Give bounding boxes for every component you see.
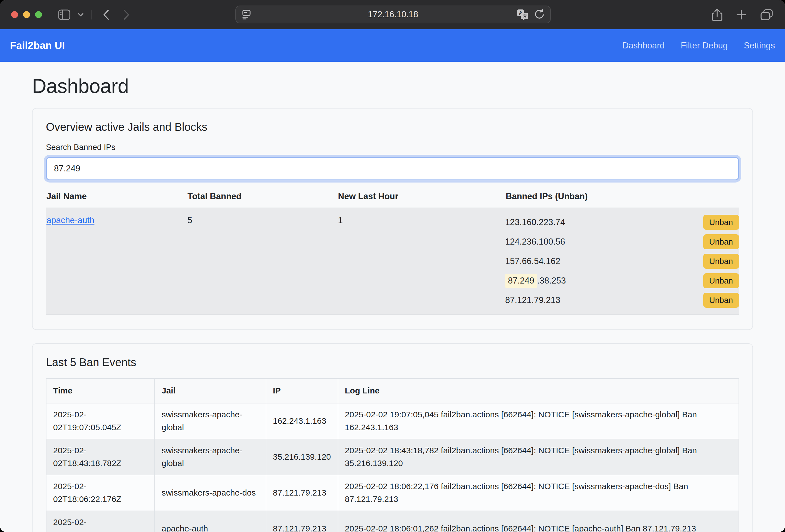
reload-button[interactable] xyxy=(534,9,545,20)
traffic-lights xyxy=(11,11,42,18)
toolbar-divider xyxy=(91,10,92,20)
back-button[interactable] xyxy=(103,9,109,20)
jail-row: apache-auth 5 1 123.160.223.74 Unban 124… xyxy=(46,208,739,315)
column-header-jail: Jail xyxy=(155,378,266,403)
forward-button[interactable] xyxy=(123,9,130,20)
page-title: Dashboard xyxy=(32,75,753,97)
chevron-down-icon xyxy=(78,13,84,17)
events-table: Time Jail IP Log Line 2025-02-02T19:07:0… xyxy=(46,378,739,532)
tab-overview-button[interactable] xyxy=(760,9,773,21)
event-ip: 162.243.1.163 xyxy=(266,403,338,439)
event-log-line: 2025-02-02 18:06:01,262 fail2ban.actions… xyxy=(338,511,739,532)
url-text: 172.16.10.18 xyxy=(236,9,550,20)
column-header-jail-name: Jail Name xyxy=(46,192,187,208)
sidebar-menu-chevron-button[interactable] xyxy=(78,13,84,17)
translate-icon: A xyxy=(516,9,529,20)
page-content: Dashboard Overview active Jails and Bloc… xyxy=(0,75,785,532)
reload-icon xyxy=(534,9,545,20)
banned-ip-text: 87.249.38.253 xyxy=(505,276,566,286)
banned-ip-row: 157.66.54.162 Unban xyxy=(505,252,739,271)
unban-button[interactable]: Unban xyxy=(703,254,739,269)
unban-button[interactable]: Unban xyxy=(703,234,739,249)
event-time: 2025-02-02T18:43:18.782Z xyxy=(46,439,155,475)
unban-button[interactable]: Unban xyxy=(703,293,739,308)
jail-link[interactable]: apache-auth xyxy=(47,216,94,225)
banned-ip-text: 157.66.54.162 xyxy=(505,256,560,266)
forward-chevron-icon xyxy=(123,9,130,20)
jail-new-last-hour: 1 xyxy=(337,208,505,314)
zoom-window-button[interactable] xyxy=(35,11,42,18)
banned-ip-text: 87.121.79.213 xyxy=(505,295,560,305)
column-header-log-line: Log Line xyxy=(338,378,739,403)
event-ip: 87.121.79.213 xyxy=(266,511,338,532)
browser-chrome: 172.16.10.18 A xyxy=(0,0,785,29)
events-card-title: Last 5 Ban Events xyxy=(46,356,739,369)
unban-button[interactable]: Unban xyxy=(703,273,739,288)
column-header-time: Time xyxy=(46,378,155,403)
event-jail: apache-auth xyxy=(155,511,266,532)
new-tab-button[interactable] xyxy=(736,9,746,20)
overview-card: Overview active Jails and Blocks Search … xyxy=(32,108,753,330)
close-window-button[interactable] xyxy=(11,11,18,18)
unban-button[interactable]: Unban xyxy=(703,215,739,230)
event-ip: 35.216.139.120 xyxy=(266,439,338,475)
event-row: 2025-02-02T19:07:05.045Z swissmakers-apa… xyxy=(46,403,739,439)
overview-card-title: Overview active Jails and Blocks xyxy=(46,121,739,133)
jails-table-header: Jail Name Total Banned New Last Hour Ban… xyxy=(46,192,739,208)
event-row: 2025-02-02T18:43:18.782Z swissmakers-apa… xyxy=(46,439,739,475)
event-ip: 87.121.79.213 xyxy=(266,475,338,511)
banned-ip-text: 123.160.223.74 xyxy=(505,217,565,227)
event-time: 2025-02-02T18:06:01.262Z xyxy=(46,511,155,532)
tabs-icon xyxy=(760,9,773,21)
event-time: 2025-02-02T19:07:05.045Z xyxy=(46,403,155,439)
share-icon xyxy=(712,8,723,21)
sidebar-icon xyxy=(58,9,70,20)
event-jail: swissmakers-apache-global xyxy=(155,439,266,475)
sidebar-toggle-button[interactable] xyxy=(58,9,70,20)
event-jail: swissmakers-apache-dos xyxy=(155,475,266,511)
event-jail: swissmakers-apache-global xyxy=(155,403,266,439)
column-header-ip: IP xyxy=(266,378,338,403)
banned-ip-row: 124.236.100.56 Unban xyxy=(505,232,739,252)
nav-link-dashboard[interactable]: Dashboard xyxy=(622,41,664,51)
event-log-line: 2025-02-02 18:06:22,176 fail2ban.actions… xyxy=(338,475,739,511)
app-navbar: Fail2ban UI Dashboard Filter Debug Setti… xyxy=(0,29,785,62)
search-banned-ips-input[interactable] xyxy=(46,157,739,180)
brand-link[interactable]: Fail2ban UI xyxy=(10,40,65,51)
back-chevron-icon xyxy=(103,9,109,20)
event-log-line: 2025-02-02 19:07:05,045 fail2ban.actions… xyxy=(338,403,739,439)
banned-ip-row: 123.160.223.74 Unban xyxy=(505,212,739,232)
column-header-new-last-hour: New Last Hour xyxy=(337,192,505,208)
jail-total-banned: 5 xyxy=(187,208,337,314)
column-header-banned-ips: Banned IPs (Unban) xyxy=(505,192,739,208)
events-card: Last 5 Ban Events Time Jail IP Log Line … xyxy=(32,344,753,532)
share-button[interactable] xyxy=(712,8,723,21)
search-banned-ips-label: Search Banned IPs xyxy=(46,143,739,152)
translate-button[interactable]: A xyxy=(516,9,529,20)
column-header-total-banned: Total Banned xyxy=(187,192,337,208)
event-row: 2025-02-02T18:06:22.176Z swissmakers-apa… xyxy=(46,475,739,511)
banned-ip-text: 124.236.100.56 xyxy=(505,237,565,247)
url-bar[interactable]: 172.16.10.18 A xyxy=(235,5,551,23)
event-time: 2025-02-02T18:06:22.176Z xyxy=(46,475,155,511)
plus-icon xyxy=(736,9,746,20)
browser-window: 172.16.10.18 A xyxy=(0,0,785,532)
banned-ip-row: 87.121.79.213 Unban xyxy=(505,290,739,310)
event-log-line: 2025-02-02 18:43:18,782 fail2ban.actions… xyxy=(338,439,739,475)
ip-highlight: 87.249 xyxy=(505,274,537,288)
jails-table: Jail Name Total Banned New Last Hour Ban… xyxy=(46,192,739,315)
banned-ip-list: 123.160.223.74 Unban 124.236.100.56 Unba… xyxy=(505,208,739,314)
nav-link-settings[interactable]: Settings xyxy=(744,41,775,51)
minimize-window-button[interactable] xyxy=(23,11,30,18)
events-table-header: Time Jail IP Log Line xyxy=(46,378,739,403)
event-row: 2025-02-02T18:06:01.262Z apache-auth 87.… xyxy=(46,511,739,532)
banned-ip-row: 87.249.38.253 Unban xyxy=(505,271,739,290)
nav-link-filter-debug[interactable]: Filter Debug xyxy=(681,41,728,51)
